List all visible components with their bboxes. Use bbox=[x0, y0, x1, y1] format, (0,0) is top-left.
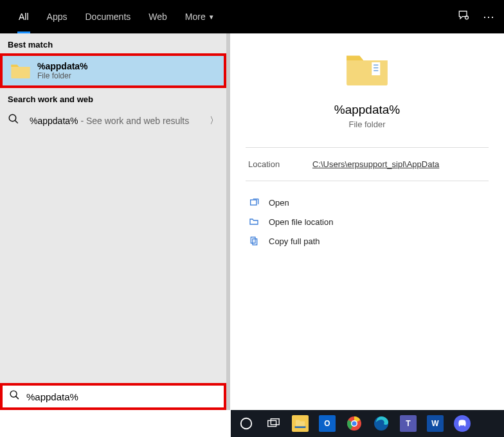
web-query-text: %appdata% bbox=[30, 116, 78, 126]
web-search-result[interactable]: %appdata% - See work and web results 〉 bbox=[0, 108, 226, 133]
location-label: Location bbox=[248, 159, 312, 169]
result-title: %appdata% bbox=[37, 61, 216, 71]
results-panel: Best match %appdata% File folder Search … bbox=[0, 33, 226, 410]
chrome-icon[interactable] bbox=[345, 415, 363, 433]
preview-subtitle: File folder bbox=[230, 120, 504, 129]
svg-point-12 bbox=[241, 418, 252, 429]
search-icon bbox=[9, 389, 20, 404]
feedback-icon[interactable] bbox=[457, 9, 470, 25]
svg-rect-7 bbox=[251, 200, 256, 205]
action-label: Open bbox=[269, 198, 289, 208]
explorer-icon[interactable] bbox=[291, 415, 309, 433]
svg-rect-14 bbox=[271, 419, 279, 425]
folder-open-icon bbox=[248, 216, 260, 227]
svg-line-11 bbox=[16, 397, 19, 399]
search-bar[interactable] bbox=[0, 383, 226, 410]
svg-rect-9 bbox=[253, 239, 257, 245]
search-tabs-bar: All Apps Documents Web More▼ ⋯ bbox=[0, 0, 504, 33]
taskbar: O T W bbox=[231, 410, 504, 437]
location-value[interactable]: C:\Users\erpsupport_sipl\AppData bbox=[312, 159, 439, 169]
action-open-location[interactable]: Open file location bbox=[230, 212, 504, 231]
tab-more[interactable]: More▼ bbox=[176, 0, 224, 33]
edge-icon[interactable] bbox=[372, 415, 390, 433]
search-icon bbox=[8, 113, 21, 128]
best-match-header: Best match bbox=[0, 33, 226, 53]
chevron-down-icon: ▼ bbox=[208, 13, 215, 21]
svg-rect-13 bbox=[268, 420, 276, 426]
best-match-result[interactable]: %appdata% File folder bbox=[0, 53, 226, 88]
svg-point-1 bbox=[9, 114, 16, 121]
svg-rect-8 bbox=[251, 237, 255, 243]
word-icon[interactable]: W bbox=[426, 415, 444, 433]
action-label: Copy full path bbox=[269, 236, 320, 246]
copy-icon bbox=[248, 235, 260, 247]
more-options-icon[interactable]: ⋯ bbox=[483, 10, 494, 24]
teams-icon[interactable]: T bbox=[399, 415, 417, 433]
search-web-header: Search work and web bbox=[0, 88, 226, 108]
preview-title: %appdata% bbox=[230, 103, 504, 117]
result-subtitle: File folder bbox=[37, 71, 216, 80]
taskview-icon[interactable] bbox=[264, 415, 282, 433]
cortana-icon[interactable] bbox=[237, 415, 255, 433]
action-copy-path[interactable]: Copy full path bbox=[230, 231, 504, 251]
svg-rect-3 bbox=[372, 62, 380, 75]
tab-web[interactable]: Web bbox=[140, 0, 176, 33]
divider bbox=[246, 181, 489, 181]
svg-point-10 bbox=[10, 391, 17, 397]
outlook-icon[interactable]: O bbox=[318, 415, 336, 433]
tab-documents[interactable]: Documents bbox=[76, 0, 140, 33]
svg-point-17 bbox=[352, 422, 357, 426]
action-open[interactable]: Open bbox=[230, 193, 504, 212]
divider bbox=[246, 147, 489, 148]
preview-folder-icon bbox=[345, 50, 390, 87]
open-icon bbox=[248, 197, 260, 208]
action-label: Open file location bbox=[269, 217, 333, 227]
tab-all[interactable]: All bbox=[10, 0, 38, 33]
folder-icon bbox=[10, 62, 31, 80]
search-input[interactable] bbox=[26, 391, 217, 402]
svg-line-2 bbox=[15, 120, 18, 123]
preview-panel: %appdata% File folder Location C:\Users\… bbox=[230, 33, 504, 410]
tab-apps[interactable]: Apps bbox=[38, 0, 76, 33]
chevron-right-icon: 〉 bbox=[210, 115, 219, 127]
discord-icon[interactable] bbox=[453, 415, 471, 433]
web-query-suffix: - See work and web results bbox=[78, 116, 190, 126]
